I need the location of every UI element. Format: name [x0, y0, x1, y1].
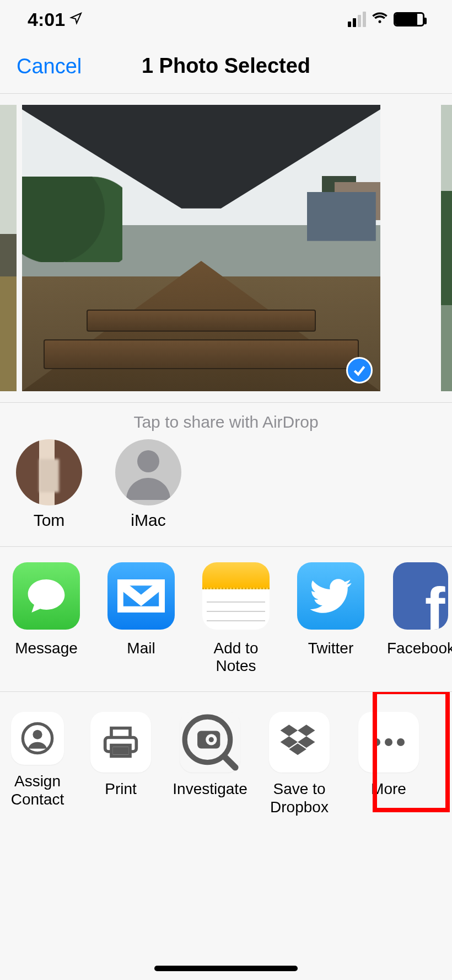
- home-indicator[interactable]: [154, 966, 298, 971]
- selected-check-icon: [346, 357, 373, 384]
- photo-thumb-prev[interactable]: [0, 105, 17, 391]
- facebook-icon: f: [393, 562, 448, 630]
- action-label: Investigate: [173, 780, 247, 798]
- share-app-facebook[interactable]: f Facebook: [387, 562, 452, 675]
- location-icon: [69, 12, 83, 27]
- action-label: Assign Contact: [8, 773, 67, 808]
- svg-point-12: [397, 738, 405, 746]
- photo-thumb-next[interactable]: [441, 105, 452, 391]
- airdrop-label: Tom: [34, 511, 65, 530]
- action-more[interactable]: More: [353, 712, 424, 816]
- message-icon: [13, 562, 80, 630]
- status-bar: 4:01: [0, 0, 452, 39]
- svg-point-0: [137, 450, 159, 472]
- cancel-button[interactable]: Cancel: [17, 54, 82, 78]
- svg-line-9: [225, 758, 235, 768]
- action-label: Print: [105, 780, 137, 798]
- action-print[interactable]: Print: [85, 712, 157, 816]
- twitter-icon: [297, 562, 364, 630]
- avatar-placeholder-icon: [115, 439, 181, 505]
- contact-icon: [11, 712, 64, 765]
- share-label: Twitter: [308, 640, 353, 657]
- airdrop-prompt: Tap to share with AirDrop: [0, 409, 452, 439]
- battery-icon: [394, 12, 424, 26]
- action-label: Save to Dropbox: [263, 780, 335, 816]
- airdrop-target-imac[interactable]: iMac: [107, 439, 190, 530]
- nav-bar: Cancel 1 Photo Selected: [0, 39, 452, 94]
- svg-point-10: [373, 738, 380, 746]
- share-label: Mail: [127, 640, 155, 657]
- share-label: Facebook: [387, 640, 452, 657]
- share-app-twitter[interactable]: Twitter: [292, 562, 369, 675]
- airdrop-label: iMac: [131, 511, 165, 530]
- photo-content: [22, 105, 380, 391]
- airdrop-target-tom[interactable]: Tom: [8, 439, 90, 530]
- print-icon: [90, 712, 151, 773]
- svg-point-3: [33, 730, 42, 739]
- action-save-dropbox[interactable]: Save to Dropbox: [263, 712, 335, 816]
- action-investigate[interactable]: Investigate: [174, 712, 246, 816]
- share-app-notes[interactable]: Add to Notes: [197, 562, 275, 675]
- airdrop-section: Tap to share with AirDrop Tom iMac: [0, 403, 452, 547]
- share-actions-row[interactable]: Assign Contact Print Investigate Save to…: [0, 692, 452, 832]
- cellular-icon: [348, 12, 366, 27]
- notes-icon: [202, 562, 270, 630]
- investigate-icon: [180, 712, 240, 773]
- wifi-icon: [372, 11, 388, 28]
- action-assign-contact[interactable]: Assign Contact: [8, 712, 67, 816]
- action-label: More: [371, 780, 406, 798]
- photo-thumb-selected[interactable]: [22, 105, 380, 391]
- svg-point-11: [385, 738, 392, 746]
- share-apps-row[interactable]: Message Mail Add to Notes Twitter f Face…: [0, 547, 452, 692]
- mail-icon: [107, 562, 175, 630]
- svg-point-8: [209, 737, 214, 742]
- share-label: Message: [15, 640, 78, 657]
- svg-rect-4: [113, 747, 128, 755]
- more-icon: [358, 712, 419, 773]
- status-time: 4:01: [28, 9, 65, 30]
- page-title: 1 Photo Selected: [142, 54, 310, 78]
- share-label: Add to Notes: [197, 640, 275, 675]
- avatar: [16, 439, 82, 505]
- photo-strip[interactable]: [0, 94, 452, 403]
- share-app-mail[interactable]: Mail: [103, 562, 180, 675]
- share-app-message[interactable]: Message: [8, 562, 85, 675]
- dropbox-icon: [269, 712, 330, 773]
